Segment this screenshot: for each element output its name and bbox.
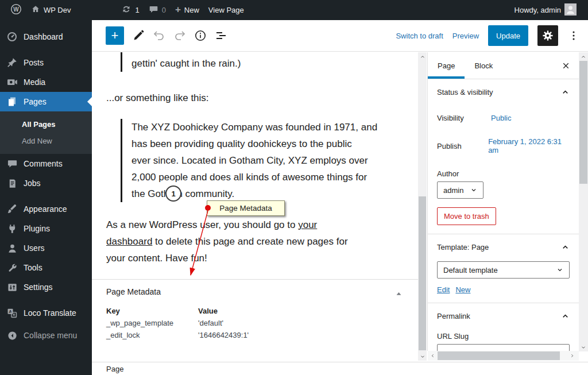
sidebar-item-comments[interactable]: Comments	[0, 154, 92, 173]
updates-icon	[121, 4, 131, 16]
quote-block-xyz[interactable]: The XYZ Doohickey Company was founded in…	[121, 119, 418, 202]
pin-icon	[6, 57, 18, 68]
publish-date-button[interactable]: February 1, 2022 6:31 am	[488, 137, 570, 154]
sidebar-item-appearance[interactable]: Appearance	[0, 199, 92, 219]
template-edit-link[interactable]: Edit	[437, 285, 450, 294]
wordpress-logo-menu[interactable]: W	[6, 0, 26, 20]
sidebar-item-media[interactable]: Media	[0, 72, 92, 92]
document-icon	[6, 177, 18, 189]
sidebar-item-pages[interactable]: Pages	[0, 92, 92, 111]
close-icon	[561, 61, 571, 71]
ellipsis-icon	[567, 29, 580, 42]
scrollbar-thumb[interactable]	[438, 351, 560, 360]
sidebar-item-dashboard[interactable]: Dashboard	[0, 27, 92, 47]
editor-status-bar: Page	[92, 362, 588, 375]
editor-tools	[128, 25, 231, 46]
content-scrollbar[interactable]	[418, 52, 427, 361]
svg-text:W: W	[13, 6, 19, 13]
comment-bubble-icon	[149, 5, 158, 16]
breadcrumb[interactable]: Page	[106, 365, 123, 373]
chevron-up-icon	[561, 243, 570, 252]
scroll-up-arrow-icon[interactable]	[418, 52, 427, 61]
scroll-up-arrow-icon[interactable]	[579, 52, 588, 61]
admin-bar: W WP Dev 1 0 +	[0, 0, 588, 20]
undo-button[interactable]	[149, 25, 169, 46]
tab-page[interactable]: Page	[428, 52, 465, 79]
site-name-menu[interactable]: WP Dev	[26, 0, 75, 20]
brush-icon	[6, 203, 18, 215]
sidebar-item-settings[interactable]: Settings	[0, 277, 92, 297]
sidebar-subitem-add-new[interactable]: Add New	[0, 133, 92, 149]
edit-mode-button[interactable]	[128, 25, 149, 46]
view-page-menu[interactable]: View Page	[204, 0, 249, 20]
column-header-key: Key	[106, 305, 198, 317]
move-to-trash-button[interactable]: Move to trash	[437, 207, 496, 225]
scroll-down-arrow-icon[interactable]	[418, 352, 427, 361]
sliders-icon	[6, 281, 18, 293]
chevron-up-icon	[561, 312, 570, 320]
panel-horizontal-scrollbar[interactable]	[428, 351, 579, 361]
pages-submenu: All Pages Add New	[0, 111, 92, 154]
sidebar-item-posts[interactable]: Posts	[0, 53, 92, 72]
scroll-left-arrow-icon[interactable]	[428, 351, 437, 361]
options-menu-button[interactable]	[567, 29, 580, 42]
metabox-toggle-button[interactable]	[396, 288, 402, 298]
table-row: _wp_page_template 'default'	[106, 317, 249, 329]
plus-icon: +	[111, 28, 119, 43]
author-select[interactable]: admin	[437, 181, 483, 199]
my-account-menu[interactable]: Howdy, admin	[510, 0, 581, 20]
editor-region: + Switch to draft Preview Update dog nam…	[92, 20, 588, 375]
sidebar-item-label: Loco Translate	[24, 308, 76, 318]
template-header[interactable]: Template: Page	[437, 243, 570, 252]
scroll-right-arrow-icon[interactable]	[567, 351, 577, 361]
block-inserter-button[interactable]: +	[106, 26, 124, 45]
howdy-label: Howdy, admin	[514, 6, 561, 14]
quote-block-clipped[interactable]: dog named Jack, and I like piña coladas.…	[121, 52, 418, 72]
scrollbar-thumb[interactable]	[419, 196, 426, 350]
sidebar-item-plugins[interactable]: Plugins	[0, 219, 92, 238]
template-new-link[interactable]: New	[455, 285, 470, 294]
sidebar-item-label: Media	[24, 78, 45, 87]
editor-canvas[interactable]: dog named Jack, and I like piña coladas.…	[92, 52, 418, 362]
wordpress-logo-icon: W	[10, 3, 22, 17]
metabox-title[interactable]: Page Metadata	[92, 280, 418, 303]
tab-block[interactable]: Block	[465, 52, 502, 79]
settings-gear-button[interactable]	[537, 25, 558, 46]
settings-tabs: Page Block	[428, 52, 579, 79]
sidebar-subitem-all-pages[interactable]: All Pages	[0, 116, 92, 133]
switch-to-draft-link[interactable]: Switch to draft	[396, 32, 443, 40]
template-links: Edit New	[437, 285, 570, 294]
visibility-value-button[interactable]: Public	[491, 114, 511, 122]
meta-value: '1646642439:1'	[198, 329, 249, 341]
new-content-menu[interactable]: + New	[171, 0, 204, 20]
annotation-marker-1: 1	[165, 185, 181, 202]
sidebar-item-label: Dashboard	[24, 32, 63, 41]
scroll-down-arrow-icon[interactable]	[579, 343, 588, 351]
sidebar-item-loco-translate[interactable]: A Loco Translate	[0, 303, 92, 323]
preview-link[interactable]: Preview	[452, 32, 479, 40]
sidebar-item-tools[interactable]: Tools	[0, 258, 92, 277]
sidebar-item-collapse-menu[interactable]: Collapse menu	[0, 326, 92, 345]
media-icon	[6, 76, 18, 88]
scrollbar-thumb[interactable]	[579, 61, 587, 184]
sidebar-item-label: Tools	[24, 263, 42, 272]
paragraph-block[interactable]: ...or something like this:	[106, 90, 412, 106]
close-settings-button[interactable]	[552, 52, 579, 79]
url-slug-input[interactable]	[437, 344, 570, 351]
update-button[interactable]: Update	[488, 25, 528, 46]
section-title: Status & visibility	[437, 88, 493, 96]
status-visibility-header[interactable]: Status & visibility	[437, 88, 570, 96]
redo-button[interactable]	[169, 25, 190, 46]
list-view-button[interactable]	[211, 25, 231, 46]
permalink-header[interactable]: Permalink	[437, 312, 570, 320]
panel-scrollbar[interactable]	[579, 52, 588, 351]
details-info-button[interactable]	[190, 25, 211, 46]
sidebar-item-jobs[interactable]: Jobs	[0, 173, 92, 193]
updates-menu[interactable]: 1	[117, 0, 144, 20]
comments-count: 0	[162, 6, 166, 14]
paragraph-block[interactable]: As a new WordPress user, you should go t…	[106, 217, 412, 266]
plus-icon: +	[175, 4, 181, 16]
template-select[interactable]: Default template	[437, 261, 570, 279]
comments-menu[interactable]: 0	[144, 0, 171, 20]
sidebar-item-users[interactable]: Users	[0, 238, 92, 258]
